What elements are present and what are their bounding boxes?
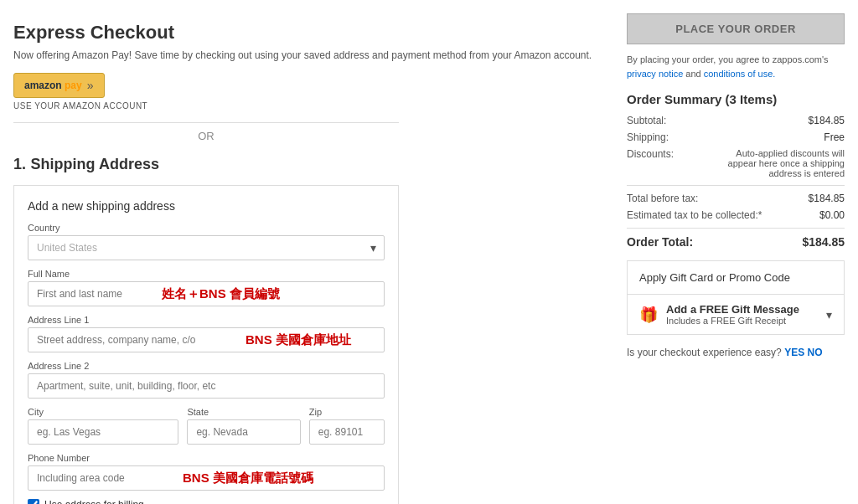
feedback-no-link[interactable]: NO bbox=[807, 347, 822, 358]
zip-label: Zip bbox=[309, 407, 385, 417]
add-new-shipping-label: Add a new shipping address bbox=[28, 199, 385, 213]
country-label: Country bbox=[28, 223, 385, 233]
gift-message-chevron-icon: ▾ bbox=[826, 308, 832, 321]
phone-input-wrapper: BNS 美國倉庫電話號碼 bbox=[28, 465, 385, 491]
before-tax-label: Total before tax: bbox=[627, 193, 698, 204]
express-checkout-section: Express Checkout Now offering Amazon Pay… bbox=[13, 22, 610, 142]
phone-label: Phone Number bbox=[28, 453, 385, 463]
feedback-row: Is your checkout experience easy? YES NO bbox=[627, 347, 845, 358]
tax-value: $0.00 bbox=[819, 209, 845, 221]
amazon-pay-arrows-icon: » bbox=[87, 79, 94, 92]
state-input[interactable] bbox=[187, 419, 300, 445]
address2-group: Address Line 2 bbox=[28, 361, 385, 399]
gift-card-section[interactable]: Apply Gift Card or Promo Code ➜ bbox=[627, 260, 845, 295]
fullname-input-wrapper: 姓名＋BNS 會員編號 bbox=[28, 281, 385, 306]
shipping-value: Free bbox=[824, 131, 845, 143]
fullname-group: Full Name 姓名＋BNS 會員編號 bbox=[28, 269, 385, 306]
gift-message-left: 🎁 Add a FREE Gift Message Includes a FRE… bbox=[639, 303, 799, 326]
gift-message-section[interactable]: 🎁 Add a FREE Gift Message Includes a FRE… bbox=[627, 295, 845, 335]
gift-message-title: Add a FREE Gift Message bbox=[666, 303, 799, 316]
summary-divider-2 bbox=[627, 228, 845, 229]
city-state-zip-group: City State Zip bbox=[28, 407, 385, 445]
order-total-value: $184.85 bbox=[802, 235, 845, 249]
order-summary-section: Order Summary (3 Items) Subtotal: $184.8… bbox=[627, 92, 845, 249]
amazon-logo: amazon pay bbox=[24, 80, 82, 91]
tax-label: Estimated tax to be collected:* bbox=[627, 209, 762, 221]
zip-group: Zip bbox=[309, 407, 385, 445]
address1-label: Address Line 1 bbox=[28, 315, 385, 325]
country-select[interactable]: United States bbox=[28, 235, 385, 260]
express-checkout-desc: Now offering Amazon Pay! Save time by ch… bbox=[13, 49, 610, 63]
address1-input-wrapper: BNS 美國倉庫地址 bbox=[28, 327, 385, 352]
privacy-notice-link[interactable]: privacy notice bbox=[627, 69, 683, 79]
before-tax-row: Total before tax: $184.85 bbox=[627, 193, 845, 204]
shipping-section-title: 1. Shipping Address bbox=[13, 154, 610, 173]
zip-input[interactable] bbox=[309, 419, 385, 445]
terms-text: By placing your order, you agree to zapp… bbox=[627, 53, 845, 80]
gift-message-text: Add a FREE Gift Message Includes a FREE … bbox=[666, 303, 799, 326]
gift-icon: 🎁 bbox=[639, 306, 658, 324]
fullname-input[interactable] bbox=[28, 281, 385, 306]
or-divider: OR bbox=[13, 122, 399, 142]
shipping-label: Shipping: bbox=[627, 131, 669, 143]
place-order-button[interactable]: PLACE YOUR ORDER bbox=[627, 13, 845, 44]
amazon-smile: pay bbox=[65, 80, 82, 91]
gift-card-label: Apply Gift Card or Promo Code bbox=[639, 271, 790, 284]
state-group: State bbox=[187, 407, 300, 445]
shipping-form-box: Add a new shipping address Country Unite… bbox=[13, 185, 399, 504]
city-group: City bbox=[28, 407, 178, 445]
gift-message-subtitle: Includes a FREE Gift Receipt bbox=[666, 316, 799, 326]
page-wrapper: Express Checkout Now offering Amazon Pay… bbox=[0, 0, 858, 504]
country-group: Country United States bbox=[28, 223, 385, 260]
country-select-wrapper: United States bbox=[28, 235, 385, 260]
conditions-link[interactable]: conditions of use. bbox=[704, 69, 776, 79]
summary-divider bbox=[627, 185, 845, 186]
phone-input[interactable] bbox=[28, 465, 385, 491]
shipping-section: 1. Shipping Address Add a new shipping a… bbox=[13, 154, 610, 504]
subtotal-value: $184.85 bbox=[809, 115, 845, 126]
feedback-text: Is your checkout experience easy? bbox=[627, 347, 782, 358]
amazon-pay-button[interactable]: amazon pay » bbox=[13, 73, 105, 98]
order-summary-title: Order Summary (3 Items) bbox=[627, 92, 845, 106]
address2-label: Address Line 2 bbox=[28, 361, 385, 371]
order-total-row: Order Total: $184.85 bbox=[627, 235, 845, 249]
before-tax-value: $184.85 bbox=[809, 193, 845, 204]
right-column: PLACE YOUR ORDER By placing your order, … bbox=[627, 13, 845, 504]
address2-input[interactable] bbox=[28, 373, 385, 399]
feedback-yes-link[interactable]: YES bbox=[784, 347, 804, 358]
address1-input[interactable] bbox=[28, 327, 385, 352]
subtotal-row: Subtotal: $184.85 bbox=[627, 115, 845, 126]
billing-checkbox-row: Use address for billing bbox=[28, 499, 385, 504]
subtotal-label: Subtotal: bbox=[627, 115, 666, 126]
fullname-label: Full Name bbox=[28, 269, 385, 279]
address1-group: Address Line 1 BNS 美國倉庫地址 bbox=[28, 315, 385, 352]
discounts-row: Discounts: Auto-applied discounts will a… bbox=[627, 148, 845, 178]
express-checkout-title: Express Checkout bbox=[13, 22, 610, 44]
state-label: State bbox=[187, 407, 300, 417]
discounts-note: Auto-applied discounts will appear here … bbox=[711, 148, 845, 178]
left-column: Express Checkout Now offering Amazon Pay… bbox=[13, 13, 610, 504]
order-total-label: Order Total: bbox=[627, 235, 693, 249]
phone-group: Phone Number BNS 美國倉庫電話號碼 bbox=[28, 453, 385, 491]
discounts-label: Discounts: bbox=[627, 148, 674, 178]
amazon-pay-wrapper: amazon pay » USE YOUR AMAZON ACCOUNT bbox=[13, 73, 610, 111]
city-input[interactable] bbox=[28, 419, 178, 445]
city-label: City bbox=[28, 407, 178, 417]
use-amazon-label: USE YOUR AMAZON ACCOUNT bbox=[13, 101, 610, 111]
shipping-row: Shipping: Free bbox=[627, 131, 845, 143]
tax-row: Estimated tax to be collected:* $0.00 bbox=[627, 209, 845, 221]
billing-checkbox-label: Use address for billing bbox=[44, 499, 144, 504]
billing-checkbox[interactable] bbox=[28, 499, 39, 504]
